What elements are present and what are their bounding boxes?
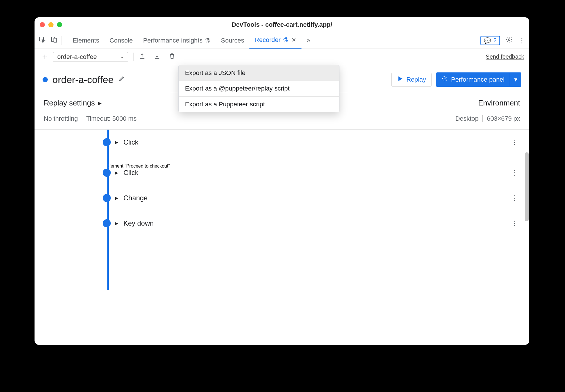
svg-rect-2 bbox=[54, 38, 57, 42]
throttling-value: No throttling bbox=[44, 115, 78, 122]
steps-timeline: ▶Click⋮Element "Proceed to checkout"▶Cli… bbox=[35, 129, 529, 290]
more-vert-icon[interactable]: ⋮ bbox=[518, 36, 525, 45]
export-puppeteer-item[interactable]: Export as a Puppeteer script bbox=[179, 97, 339, 112]
perf-panel-dropdown[interactable]: ▾ bbox=[510, 73, 521, 86]
tab-performance-insights[interactable]: Performance insights ⚗ bbox=[138, 32, 216, 49]
timeline-step[interactable]: ▶Click⋮ bbox=[106, 169, 518, 177]
export-json-item[interactable]: Export as a JSON file bbox=[179, 65, 339, 81]
step-type-label: Change bbox=[123, 194, 148, 202]
step-type-label: Click bbox=[123, 138, 138, 146]
close-window-button[interactable] bbox=[40, 22, 45, 27]
environment-label: Environment bbox=[478, 99, 520, 107]
caret-right-icon: ▶ bbox=[115, 221, 118, 226]
timeline-step[interactable]: ▶Click⋮ bbox=[106, 138, 518, 146]
window-title: DevTools - coffee-cart.netlify.app/ bbox=[232, 21, 332, 28]
zoom-window-button[interactable] bbox=[57, 22, 62, 27]
chevron-down-icon: ⌄ bbox=[120, 54, 124, 59]
performance-panel-button[interactable]: Performance panel ▾ bbox=[436, 72, 521, 87]
tab-sources[interactable]: Sources bbox=[216, 32, 249, 49]
tab-recorder[interactable]: Recorder ⚗✕ bbox=[249, 32, 301, 49]
play-icon bbox=[397, 75, 404, 84]
minimize-window-button[interactable] bbox=[48, 22, 54, 27]
env-device-value: Desktop bbox=[455, 115, 479, 122]
delete-icon[interactable] bbox=[169, 53, 175, 61]
svg-point-3 bbox=[508, 39, 510, 41]
export-menu: Export as a JSON file Export as a @puppe… bbox=[178, 65, 339, 112]
chat-icon: 💬 bbox=[484, 37, 491, 44]
tab-console[interactable]: Console bbox=[104, 32, 138, 49]
recorder-toolbar: order-a-coffee ⌄ Send feedback bbox=[35, 49, 529, 65]
step-more-icon[interactable]: ⋮ bbox=[511, 219, 518, 227]
recording-select-value: order-a-coffee bbox=[57, 53, 97, 61]
tabs-overflow-button[interactable]: » bbox=[301, 32, 315, 49]
step-node-dot bbox=[103, 138, 111, 146]
export-puppeteer-replay-item[interactable]: Export as a @puppeteer/replay script bbox=[179, 81, 339, 96]
titlebar: DevTools - coffee-cart.netlify.app/ bbox=[35, 17, 529, 32]
device-toggle-icon[interactable] bbox=[51, 36, 58, 45]
step-more-icon[interactable]: ⋮ bbox=[511, 169, 518, 177]
import-icon[interactable] bbox=[154, 53, 161, 61]
caret-right-icon: ▸ bbox=[98, 99, 102, 107]
timeline-step[interactable]: ▶Change⋮ bbox=[106, 194, 518, 202]
caret-right-icon: ▶ bbox=[115, 140, 118, 145]
devtools-tabbar: Elements Console Performance insights ⚗ … bbox=[35, 32, 529, 49]
replay-settings-toggle[interactable]: Replay settings▸ bbox=[44, 99, 102, 107]
flask-icon: ⚗ bbox=[283, 36, 289, 44]
devtools-window: DevTools - coffee-cart.netlify.app/ Elem… bbox=[35, 17, 529, 345]
gauge-icon bbox=[441, 75, 448, 84]
send-feedback-link[interactable]: Send feedback bbox=[486, 53, 524, 60]
new-recording-button[interactable] bbox=[40, 53, 50, 60]
recording-status-dot bbox=[43, 77, 48, 82]
recording-header: order-a-coffee Replay Performance panel … bbox=[35, 65, 529, 92]
recording-select[interactable]: order-a-coffee ⌄ bbox=[53, 52, 128, 62]
step-type-label: Click bbox=[123, 169, 138, 177]
step-node-dot bbox=[103, 194, 111, 202]
step-more-icon[interactable]: ⋮ bbox=[511, 194, 518, 202]
flask-icon: ⚗ bbox=[205, 37, 211, 44]
timeline-line bbox=[107, 130, 109, 290]
caret-right-icon: ▶ bbox=[115, 196, 118, 200]
step-detail: Element "Proceed to checkout" bbox=[106, 164, 518, 169]
inspect-icon[interactable] bbox=[39, 36, 45, 45]
timeout-value: Timeout: 5000 ms bbox=[86, 115, 137, 122]
step-more-icon[interactable]: ⋮ bbox=[511, 138, 518, 146]
settings-gear-icon[interactable] bbox=[506, 36, 513, 45]
step-type-label: Key down bbox=[123, 219, 154, 227]
issues-chip[interactable]: 💬2 bbox=[480, 36, 500, 45]
step-node-dot bbox=[103, 219, 111, 227]
recording-title: order-a-coffee bbox=[52, 74, 114, 85]
caret-right-icon: ▶ bbox=[115, 170, 118, 175]
export-icon[interactable] bbox=[139, 53, 146, 61]
close-tab-icon[interactable]: ✕ bbox=[291, 36, 296, 43]
tab-elements[interactable]: Elements bbox=[68, 32, 104, 49]
timeline-step[interactable]: ▶Key down⋮ bbox=[106, 219, 518, 227]
step-node-dot bbox=[103, 169, 111, 177]
replay-button[interactable]: Replay bbox=[391, 73, 432, 87]
env-size-value: 603×679 px bbox=[487, 115, 520, 122]
settings-subrow: No throttling Timeout: 5000 ms Desktop 6… bbox=[35, 113, 529, 129]
scrollbar-thumb[interactable] bbox=[525, 152, 529, 221]
traffic-lights bbox=[40, 22, 62, 27]
edit-title-icon[interactable] bbox=[118, 75, 125, 84]
